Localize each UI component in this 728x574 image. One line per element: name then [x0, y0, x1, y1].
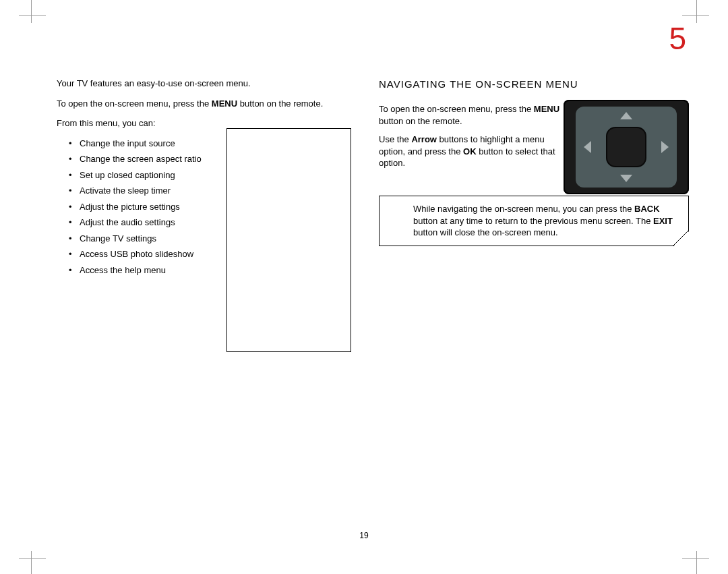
- exit-bold: EXIT: [653, 216, 673, 226]
- list-item: Activate the sleep timer: [69, 185, 210, 197]
- crop-mark-bl: [19, 551, 46, 574]
- chapter-number: 5: [669, 20, 686, 57]
- crop-mark-tr: [682, 0, 709, 23]
- list-item: Change the input source: [69, 138, 210, 150]
- note-fold-icon: [673, 231, 688, 246]
- list-item: Access USB photo slideshow: [69, 248, 210, 260]
- intro-text: Your TV features an easy-to-use on-scree…: [57, 78, 360, 90]
- list-item: Adjust the audio settings: [69, 217, 210, 229]
- back-bold: BACK: [634, 204, 660, 214]
- list-item: Change TV settings: [69, 233, 210, 245]
- screenshot-placeholder: [226, 128, 351, 352]
- ok-bold: OK: [463, 146, 477, 156]
- crop-mark-tl: [19, 0, 46, 23]
- section-title: NAVIGATING THE ON-SCREEN MENU: [379, 78, 689, 91]
- tip-note: While navigating the on-screen menu, you…: [379, 196, 689, 246]
- list-item: Access the help menu: [69, 264, 210, 277]
- arrow-bold: Arrow: [411, 134, 437, 144]
- open-post: button on the remote.: [237, 98, 323, 109]
- ok-button-icon: [606, 127, 646, 167]
- chevron-up-icon: [620, 112, 632, 119]
- open-menu-text: To open the on-screen menu, press the ME…: [57, 98, 360, 110]
- list-item: Change the screen aspect ratio: [69, 153, 210, 165]
- chevron-left-icon: [584, 141, 591, 153]
- menu-bold: MENU: [534, 104, 559, 114]
- list-intro: From this menu, you can:: [57, 117, 360, 130]
- chevron-down-icon: [620, 175, 632, 182]
- list-item: Adjust the picture settings: [69, 201, 210, 213]
- crop-mark-br: [682, 551, 709, 574]
- page-number: 19: [0, 531, 728, 540]
- chevron-right-icon: [661, 141, 669, 153]
- open-pre: To open the on-screen menu, press the: [57, 98, 212, 109]
- menu-bold: MENU: [212, 98, 237, 109]
- right-p2: Use the Arrow buttons to highlight a men…: [379, 134, 562, 169]
- right-p1: To open the on-screen menu, press the ME…: [379, 103, 562, 127]
- list-item: Set up closed captioning: [69, 169, 210, 181]
- manual-page: 5 Your TV features an easy-to-use on-scr…: [0, 0, 728, 574]
- dpad-frame: [576, 107, 677, 188]
- remote-dpad-image: [564, 100, 689, 194]
